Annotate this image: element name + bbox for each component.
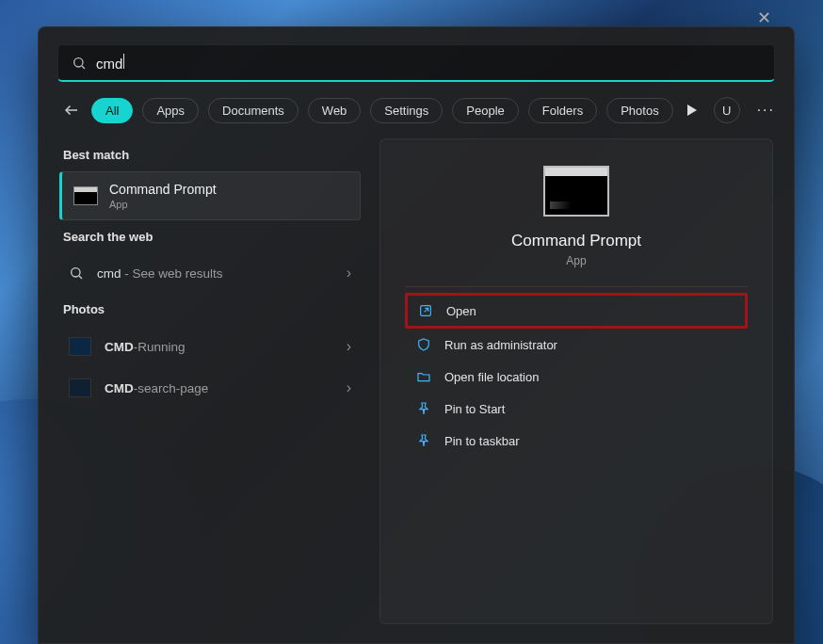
filter-tab-apps[interactable]: Apps (142, 98, 199, 123)
action-pin-to-taskbar[interactable]: Pin to taskbar (405, 425, 748, 457)
chevron-right-icon: › (347, 265, 351, 282)
start-search-panel: cmd All Apps Documents Web Settings Peop… (38, 26, 795, 644)
folder-icon (416, 369, 431, 384)
chevron-right-icon: › (347, 379, 351, 396)
svg-point-3 (72, 268, 80, 277)
action-run-as-admin[interactable]: Run as administrator (405, 329, 748, 361)
more-filters-icon[interactable] (687, 105, 697, 116)
search-icon (72, 56, 87, 71)
preview-panel: Command Prompt App Open Run as administr… (379, 138, 773, 624)
shield-icon (416, 337, 431, 352)
photo-result-item[interactable]: CMD-Running › (59, 326, 361, 367)
preview-subtitle: App (405, 254, 748, 267)
close-icon[interactable]: ✕ (742, 8, 785, 28)
preview-title: Command Prompt (405, 232, 748, 250)
photo-title-match: CMD (105, 381, 134, 395)
photo-result-item[interactable]: CMD-search-page › (59, 367, 361, 409)
overflow-menu-icon[interactable]: ··· (757, 102, 775, 119)
action-pin-start-label: Pin to Start (444, 402, 505, 416)
filter-tab-people[interactable]: People (452, 98, 518, 123)
svg-line-4 (79, 276, 82, 279)
photo-thumbnail (69, 337, 91, 356)
section-photos: Photos (63, 302, 361, 316)
filter-row: All Apps Documents Web Settings People F… (39, 82, 794, 133)
web-result-suffix: - See web results (121, 266, 223, 281)
filter-tab-all[interactable]: All (91, 98, 133, 123)
divider (405, 286, 748, 287)
web-result-query: cmd (97, 266, 121, 281)
results-column: Best match Command Prompt App Search the… (59, 138, 361, 624)
action-open[interactable]: Open (405, 293, 748, 329)
svg-point-0 (74, 57, 83, 66)
section-best-match: Best match (63, 148, 361, 162)
search-icon (69, 266, 84, 281)
chevron-right-icon: › (347, 338, 351, 355)
photo-title-rest: -Running (134, 340, 186, 354)
search-input[interactable]: cmd (96, 54, 761, 72)
user-avatar[interactable]: U (714, 97, 740, 123)
action-run-admin-label: Run as administrator (444, 338, 557, 352)
web-result-item[interactable]: cmd - See web results › (59, 253, 361, 293)
action-open-file-location[interactable]: Open file location (405, 361, 748, 393)
pin-icon (416, 401, 431, 416)
pin-icon (416, 433, 431, 448)
photo-thumbnail (69, 378, 91, 397)
photo-title-match: CMD (105, 340, 134, 354)
filter-tab-folders[interactable]: Folders (528, 98, 597, 123)
command-prompt-large-icon (543, 166, 609, 217)
filter-tab-web[interactable]: Web (308, 98, 362, 123)
section-search-web: Search the web (63, 230, 361, 244)
filter-tab-documents[interactable]: Documents (208, 98, 299, 123)
svg-line-1 (82, 66, 85, 69)
photo-title-rest: -search-page (134, 381, 209, 395)
best-match-subtitle: App (109, 199, 217, 210)
action-pin-to-start[interactable]: Pin to Start (405, 393, 748, 425)
text-caret (123, 54, 124, 69)
best-match-result[interactable]: Command Prompt App (59, 171, 361, 220)
action-open-label: Open (446, 304, 476, 318)
action-open-loc-label: Open file location (444, 370, 539, 384)
search-box[interactable]: cmd (57, 44, 775, 82)
filter-tab-photos[interactable]: Photos (606, 98, 672, 123)
command-prompt-icon (73, 186, 98, 205)
back-arrow-icon[interactable] (61, 102, 82, 119)
filter-tab-settings[interactable]: Settings (370, 98, 443, 123)
open-icon (418, 303, 433, 318)
action-pin-taskbar-label: Pin to taskbar (444, 434, 520, 448)
best-match-title: Command Prompt (109, 182, 217, 197)
